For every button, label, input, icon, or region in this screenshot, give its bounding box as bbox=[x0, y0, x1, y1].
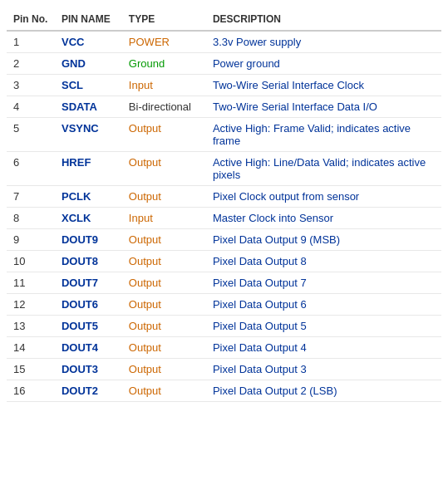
table-row: 5VSYNCOutputActive High: Frame Valid; in… bbox=[7, 118, 441, 152]
cell-pin-name: DOUT2 bbox=[55, 380, 122, 402]
table-row: 2GNDGroundPower ground bbox=[7, 53, 441, 75]
cell-pin-type: Output bbox=[122, 251, 206, 272]
cell-pin-no: 6 bbox=[7, 152, 55, 186]
cell-pin-no: 9 bbox=[7, 229, 55, 251]
cell-pin-description: 3.3v Power supply bbox=[206, 31, 441, 53]
cell-pin-description: Pixel Data Output 8 bbox=[206, 251, 441, 272]
cell-pin-description: Pixel Clock output from sensor bbox=[206, 186, 441, 208]
table-row: 3SCLInputTwo-Wire Serial Interface Clock bbox=[7, 75, 441, 96]
table-row: 7PCLKOutputPixel Clock output from senso… bbox=[7, 186, 441, 208]
cell-pin-type: Output bbox=[122, 294, 206, 316]
table-header-row: Pin No. PIN NAME TYPE DESCRIPTION bbox=[7, 8, 441, 31]
cell-pin-name: DOUT4 bbox=[55, 337, 122, 359]
cell-pin-no: 3 bbox=[7, 75, 55, 96]
cell-pin-no: 2 bbox=[7, 53, 55, 75]
cell-pin-description: Pixel Data Output 9 (MSB) bbox=[206, 229, 441, 251]
cell-pin-description: Active High: Frame Valid; indicates acti… bbox=[206, 118, 441, 152]
cell-pin-no: 5 bbox=[7, 118, 55, 152]
cell-pin-type: Output bbox=[122, 229, 206, 251]
cell-pin-description: Pixel Data Output 7 bbox=[206, 272, 441, 294]
pin-table-container: Pin No. PIN NAME TYPE DESCRIPTION 1VCCPO… bbox=[0, 0, 448, 410]
cell-pin-no: 1 bbox=[7, 31, 55, 53]
cell-pin-type: Output bbox=[122, 337, 206, 359]
table-row: 4SDATABi-directionalTwo-Wire Serial Inte… bbox=[7, 96, 441, 118]
col-header-pinno: Pin No. bbox=[7, 8, 55, 31]
cell-pin-description: Two-Wire Serial Interface Data I/O bbox=[206, 96, 441, 118]
cell-pin-type: Input bbox=[122, 208, 206, 229]
cell-pin-name: DOUT3 bbox=[55, 359, 122, 380]
cell-pin-name: XCLK bbox=[55, 208, 122, 229]
cell-pin-no: 15 bbox=[7, 359, 55, 380]
cell-pin-description: Active High: Line/Data Valid; indicates … bbox=[206, 152, 441, 186]
cell-pin-no: 11 bbox=[7, 272, 55, 294]
cell-pin-name: DOUT6 bbox=[55, 294, 122, 316]
cell-pin-name: DOUT7 bbox=[55, 272, 122, 294]
cell-pin-type: Ground bbox=[122, 53, 206, 75]
cell-pin-type: Output bbox=[122, 359, 206, 380]
cell-pin-description: Pixel Data Output 6 bbox=[206, 294, 441, 316]
table-row: 8XCLKInputMaster Clock into Sensor bbox=[7, 208, 441, 229]
table-row: 10DOUT8OutputPixel Data Output 8 bbox=[7, 251, 441, 272]
cell-pin-no: 10 bbox=[7, 251, 55, 272]
cell-pin-description: Two-Wire Serial Interface Clock bbox=[206, 75, 441, 96]
cell-pin-name: GND bbox=[55, 53, 122, 75]
cell-pin-type: Output bbox=[122, 272, 206, 294]
col-header-type: TYPE bbox=[122, 8, 206, 31]
cell-pin-no: 14 bbox=[7, 337, 55, 359]
table-row: 14DOUT4OutputPixel Data Output 4 bbox=[7, 337, 441, 359]
cell-pin-description: Pixel Data Output 5 bbox=[206, 316, 441, 337]
table-row: 13DOUT5OutputPixel Data Output 5 bbox=[7, 316, 441, 337]
cell-pin-name: DOUT8 bbox=[55, 251, 122, 272]
col-header-desc: DESCRIPTION bbox=[206, 8, 441, 31]
cell-pin-type: Output bbox=[122, 186, 206, 208]
table-row: 9DOUT9OutputPixel Data Output 9 (MSB) bbox=[7, 229, 441, 251]
cell-pin-name: VSYNC bbox=[55, 118, 122, 152]
cell-pin-type: Bi-directional bbox=[122, 96, 206, 118]
cell-pin-name: DOUT5 bbox=[55, 316, 122, 337]
table-row: 12DOUT6OutputPixel Data Output 6 bbox=[7, 294, 441, 316]
cell-pin-no: 16 bbox=[7, 380, 55, 402]
cell-pin-no: 4 bbox=[7, 96, 55, 118]
cell-pin-type: Output bbox=[122, 152, 206, 186]
cell-pin-type: Output bbox=[122, 316, 206, 337]
cell-pin-name: DOUT9 bbox=[55, 229, 122, 251]
cell-pin-name: SCL bbox=[55, 75, 122, 96]
table-row: 6HREFOutputActive High: Line/Data Valid;… bbox=[7, 152, 441, 186]
cell-pin-description: Pixel Data Output 4 bbox=[206, 337, 441, 359]
cell-pin-description: Power ground bbox=[206, 53, 441, 75]
cell-pin-description: Pixel Data Output 3 bbox=[206, 359, 441, 380]
table-row: 11DOUT7OutputPixel Data Output 7 bbox=[7, 272, 441, 294]
table-row: 15DOUT3OutputPixel Data Output 3 bbox=[7, 359, 441, 380]
cell-pin-type: Output bbox=[122, 380, 206, 402]
cell-pin-name: HREF bbox=[55, 152, 122, 186]
cell-pin-no: 8 bbox=[7, 208, 55, 229]
cell-pin-type: Output bbox=[122, 118, 206, 152]
cell-pin-name: PCLK bbox=[55, 186, 122, 208]
cell-pin-no: 7 bbox=[7, 186, 55, 208]
cell-pin-no: 13 bbox=[7, 316, 55, 337]
cell-pin-description: Master Clock into Sensor bbox=[206, 208, 441, 229]
pin-table: Pin No. PIN NAME TYPE DESCRIPTION 1VCCPO… bbox=[7, 8, 441, 402]
col-header-pinname: PIN NAME bbox=[55, 8, 122, 31]
cell-pin-type: Input bbox=[122, 75, 206, 96]
cell-pin-name: SDATA bbox=[55, 96, 122, 118]
cell-pin-description: Pixel Data Output 2 (LSB) bbox=[206, 380, 441, 402]
table-row: 1VCCPOWER3.3v Power supply bbox=[7, 31, 441, 53]
table-row: 16DOUT2OutputPixel Data Output 2 (LSB) bbox=[7, 380, 441, 402]
cell-pin-no: 12 bbox=[7, 294, 55, 316]
cell-pin-name: VCC bbox=[55, 31, 122, 53]
cell-pin-type: POWER bbox=[122, 31, 206, 53]
